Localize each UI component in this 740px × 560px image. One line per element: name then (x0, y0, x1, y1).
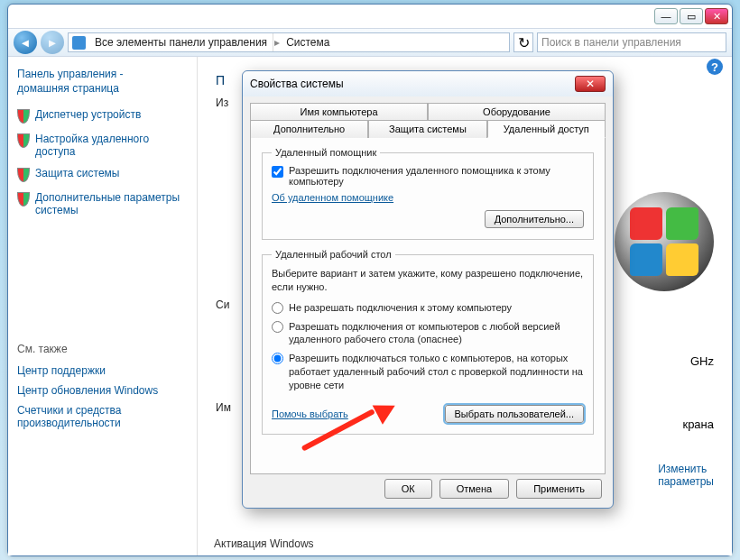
rdp-option-nla[interactable]: Разрешить подключаться только с компьюте… (272, 352, 584, 392)
sidebar-item-device-manager[interactable]: Диспетчер устройств (17, 108, 188, 124)
windows-logo (615, 192, 714, 291)
chevron-right-icon: ▸ (274, 36, 280, 49)
address-bar: ◄ ► Все элементы панели управления ▸ Сис… (8, 28, 732, 57)
sidebar-item-system-protection[interactable]: Защита системы (17, 167, 188, 182)
forward-button[interactable]: ► (41, 31, 64, 54)
breadcrumb[interactable]: Все элементы панели управления ▸ Система (68, 32, 510, 52)
search-placeholder: Поиск в панели управления (541, 36, 681, 49)
control-panel-icon (72, 36, 86, 50)
ghz-label: GHz (690, 354, 714, 368)
activation-heading: Активация Windows (214, 537, 314, 550)
allow-remote-assistance-checkbox[interactable]: Разрешить подключения удаленного помощни… (272, 165, 584, 187)
rdp-option-deny[interactable]: Не разрешать подключения к этому компьют… (272, 301, 584, 315)
control-panel-home-link[interactable]: Панель управления -домашняя страница (17, 68, 188, 96)
sidebar-item-advanced-settings[interactable]: Дополнительные параметры системы (17, 191, 188, 216)
sidebar-item-remote-settings[interactable]: Настройка удаленного доступа (17, 133, 188, 158)
search-input[interactable]: Поиск в панели управления (537, 32, 726, 52)
rdp-option-any[interactable]: Разрешать подключения от компьютеров с л… (272, 320, 584, 347)
tab-system-protection[interactable]: Защита системы (368, 120, 486, 138)
titlebar: — ▭ ✕ (8, 5, 732, 28)
shield-icon (17, 168, 30, 182)
allow-remote-assistance-input[interactable] (272, 166, 283, 178)
remote-desktop-legend: Удаленный рабочий стол (272, 249, 395, 260)
remote-assistance-group: Удаленный помощник Разрешить подключения… (262, 147, 594, 240)
minimize-button[interactable]: — (654, 8, 678, 24)
dialog-titlebar[interactable]: Свойства системы ✕ (243, 71, 613, 96)
seealso-windows-update[interactable]: Центр обновления Windows (17, 384, 188, 397)
shield-icon (17, 192, 30, 207)
tab-remote[interactable]: Удаленный доступ (487, 120, 606, 138)
tab-hardware[interactable]: Оборудование (428, 103, 606, 120)
select-users-button[interactable]: Выбрать пользователей... (445, 405, 585, 423)
help-me-choose-link[interactable]: Помочь выбрать (272, 409, 348, 419)
help-icon[interactable]: ? (707, 59, 723, 75)
remote-assistance-legend: Удаленный помощник (272, 147, 380, 158)
breadcrumb-leaf[interactable]: Система (281, 33, 335, 51)
system-properties-dialog: Свойства системы ✕ Имя компьютера Оборуд… (242, 70, 614, 509)
close-button[interactable]: ✕ (705, 8, 728, 24)
tab-computer-name[interactable]: Имя компьютера (250, 103, 428, 120)
breadcrumb-root[interactable]: Все элементы панели управления (89, 33, 273, 51)
shield-icon (17, 109, 30, 124)
rdp-radio-nla[interactable] (272, 353, 283, 364)
change-settings-link[interactable]: Изменитьпараметры (658, 463, 714, 488)
tab-remote-content: Удаленный помощник Разрешить подключения… (250, 137, 606, 474)
remote-desktop-group: Удаленный рабочий стол Выберите вариант … (262, 249, 594, 435)
refresh-button[interactable]: ↻ (513, 32, 533, 52)
screen-label-fragment: крана (682, 418, 714, 431)
apply-button[interactable]: Применить (516, 479, 602, 499)
see-also-heading: См. также (17, 343, 188, 355)
tab-advanced[interactable]: Дополнительно (250, 120, 368, 138)
seealso-perf-tools[interactable]: Счетчики и средства производительности (17, 404, 188, 429)
remote-assistance-advanced-button[interactable]: Дополнительно... (485, 210, 584, 228)
dialog-close-button[interactable]: ✕ (575, 76, 606, 92)
back-button[interactable]: ◄ (14, 31, 37, 54)
sidebar: Панель управления -домашняя страница Дис… (8, 57, 198, 555)
shield-icon (17, 133, 30, 148)
rdp-radio-any[interactable] (272, 321, 283, 333)
rdp-radio-deny[interactable] (272, 302, 283, 314)
dialog-title-text: Свойства системы (250, 78, 344, 90)
maximize-button[interactable]: ▭ (680, 8, 703, 24)
ok-button[interactable]: ОК (384, 479, 432, 499)
remote-desktop-description: Выберите вариант и затем укажите, кому р… (272, 267, 584, 294)
seealso-action-center[interactable]: Центр поддержки (17, 364, 188, 377)
cancel-button[interactable]: Отмена (439, 479, 509, 499)
about-remote-assistance-link[interactable]: Об удаленном помощнике (272, 192, 393, 203)
